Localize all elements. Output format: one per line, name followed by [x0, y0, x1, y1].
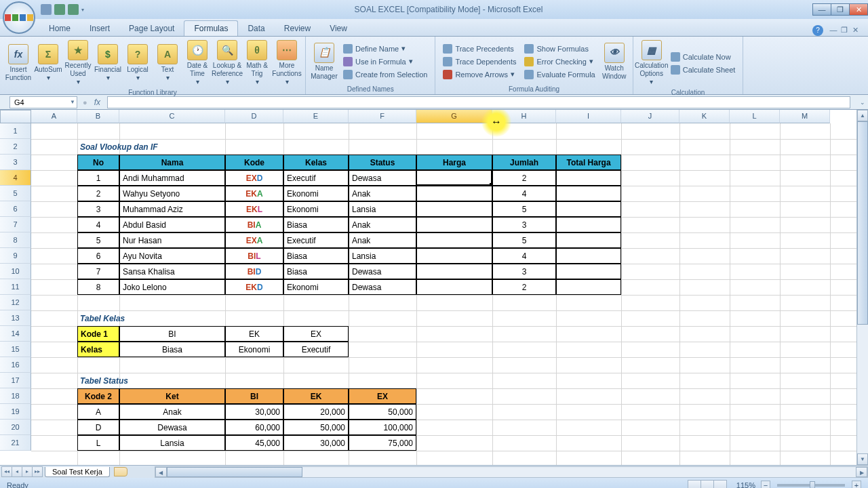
row-header-12[interactable]: 12 [0, 295, 31, 310]
row-header-4[interactable]: 4 [0, 170, 31, 186]
tab-insert[interactable]: Insert [80, 21, 119, 36]
ribbon-close-button[interactable]: ✕ [850, 26, 860, 35]
normal-view-button[interactable] [688, 480, 701, 488]
ribbon-minimize-button[interactable]: — [829, 26, 838, 35]
insert-function-button[interactable]: fxInsert Function [4, 43, 33, 83]
create-from-selection-button[interactable]: Create from Selection [340, 68, 431, 81]
trace-precedents-button[interactable]: Trace Precedents [439, 43, 519, 55]
scroll-down-button[interactable]: ▼ [857, 453, 868, 465]
tab-formulas[interactable]: Formulas [184, 20, 238, 36]
col-header-I[interactable]: I [556, 110, 621, 123]
row-header-3[interactable]: 3 [0, 155, 31, 170]
trace-dependents-button[interactable]: Trace Dependents [439, 56, 519, 68]
datetime-button[interactable]: 🕐Date & Time▾ [183, 39, 212, 87]
evaluate-formula-button[interactable]: Evaluate Formula [521, 68, 598, 81]
prev-sheet-button[interactable]: ◂ [12, 466, 22, 477]
row-header-11[interactable]: 11 [0, 279, 31, 295]
formula-input[interactable] [107, 96, 850, 108]
math-button[interactable]: θMath & Trig▾ [243, 39, 271, 87]
col-header-F[interactable]: F [349, 110, 416, 123]
row-header-15[interactable]: 15 [0, 342, 31, 357]
name-manager-button[interactable]: 📋Name Manager [310, 41, 338, 82]
tab-page-layout[interactable]: Page Layout [119, 21, 184, 36]
show-formulas-button[interactable]: Show Formulas [521, 43, 598, 55]
col-header-L[interactable]: L [730, 110, 780, 123]
tab-home[interactable]: Home [39, 21, 80, 36]
ribbon-restore-button[interactable]: ❐ [840, 26, 849, 35]
row-header-18[interactable]: 18 [0, 388, 31, 404]
autosum-button[interactable]: ΣAutoSum▾ [34, 43, 62, 83]
close-button[interactable]: ✕ [849, 3, 868, 16]
new-sheet-button[interactable] [114, 467, 127, 476]
minimize-button[interactable]: — [812, 3, 831, 16]
page-break-view-button[interactable] [713, 480, 727, 488]
row-header-9[interactable]: 9 [0, 248, 31, 264]
lookup-button[interactable]: 🔍Lookup & Reference▾ [213, 39, 241, 87]
scroll-up-button[interactable]: ▲ [857, 110, 868, 121]
row-header-20[interactable]: 20 [0, 420, 31, 435]
help-icon[interactable]: ? [812, 25, 823, 36]
row-header-7[interactable]: 7 [0, 217, 31, 232]
error-checking-button[interactable]: Error Checking ▾ [521, 56, 598, 68]
logical-button[interactable]: ?Logical▾ [123, 43, 152, 83]
last-sheet-button[interactable]: ▸▸ [32, 466, 43, 477]
row-header-17[interactable]: 17 [0, 373, 31, 388]
cancel-icon[interactable]: ● [83, 98, 87, 106]
col-header-K[interactable]: K [679, 110, 730, 123]
first-sheet-button[interactable]: ◂◂ [1, 466, 12, 477]
maximize-button[interactable]: ❐ [831, 3, 850, 16]
watch-window-button[interactable]: 👁Watch Window [600, 41, 629, 82]
row-header-5[interactable]: 5 [0, 186, 31, 201]
select-all-corner[interactable] [0, 110, 31, 123]
col-header-G[interactable]: G [416, 110, 492, 123]
tab-view[interactable]: View [320, 21, 357, 36]
calculate-now-button[interactable]: Calculate Now [667, 51, 739, 63]
name-box-dropdown-icon[interactable]: ▼ [70, 97, 75, 108]
define-name-button[interactable]: Define Name ▾ [340, 43, 431, 55]
redo-icon[interactable] [68, 4, 79, 15]
vertical-scroll-thumb[interactable] [857, 121, 868, 325]
remove-arrows-button[interactable]: Remove Arrows ▾ [439, 68, 519, 81]
scroll-left-button[interactable]: ◀ [155, 467, 167, 477]
col-header-D[interactable]: D [225, 110, 283, 123]
col-header-M[interactable]: M [780, 110, 830, 123]
next-sheet-button[interactable]: ▸ [22, 466, 33, 477]
zoom-in-button[interactable]: + [852, 481, 861, 488]
sheet-tab-active[interactable]: Soal Test Kerja [45, 467, 110, 477]
row-header-10[interactable]: 10 [0, 264, 31, 279]
col-header-C[interactable]: C [119, 110, 225, 123]
col-header-J[interactable]: J [621, 110, 679, 123]
col-header-B[interactable]: B [77, 110, 119, 123]
fx-button[interactable]: fx [94, 98, 100, 107]
cell-grid[interactable]: Soal Vlookup dan IFNoNamaKodeKelasStatus… [31, 123, 856, 465]
calc-options-button[interactable]: ▦Calculation Options▾ [637, 39, 666, 87]
row-header-16[interactable]: 16 [0, 357, 31, 373]
zoom-thumb[interactable] [810, 481, 815, 488]
undo-icon[interactable] [54, 4, 65, 15]
save-icon[interactable] [41, 4, 52, 15]
row-header-14[interactable]: 14 [0, 326, 31, 342]
zoom-slider[interactable] [777, 484, 845, 487]
row-header-19[interactable]: 19 [0, 404, 31, 420]
row-header-13[interactable]: 13 [0, 310, 31, 326]
use-in-formula-button[interactable]: Use in Formula ▾ [340, 56, 431, 68]
col-header-A[interactable]: A [31, 110, 77, 123]
recently-used-button[interactable]: ★Recently Used▾ [64, 39, 92, 87]
scroll-right-button[interactable]: ▶ [856, 467, 867, 477]
row-header-21[interactable]: 21 [0, 435, 31, 451]
col-header-E[interactable]: E [283, 110, 349, 123]
zoom-label[interactable]: 115% [736, 481, 755, 488]
financial-button[interactable]: $Financial▾ [94, 43, 122, 83]
page-layout-view-button[interactable] [701, 480, 714, 488]
row-header-6[interactable]: 6 [0, 201, 31, 217]
row-header-1[interactable]: 1 [0, 123, 31, 139]
horizontal-scroll-thumb[interactable] [167, 467, 302, 477]
text-button[interactable]: AText▾ [153, 43, 182, 83]
vertical-scrollbar[interactable]: ▲ ▼ [856, 110, 868, 465]
name-box[interactable]: G4▼ [9, 96, 77, 108]
tab-review[interactable]: Review [275, 21, 320, 36]
row-header-2[interactable]: 2 [0, 139, 31, 155]
more-fn-button[interactable]: ⋯More Functions▾ [273, 39, 301, 87]
row-header-8[interactable]: 8 [0, 232, 31, 248]
calculate-sheet-button[interactable]: Calculate Sheet [667, 64, 739, 76]
